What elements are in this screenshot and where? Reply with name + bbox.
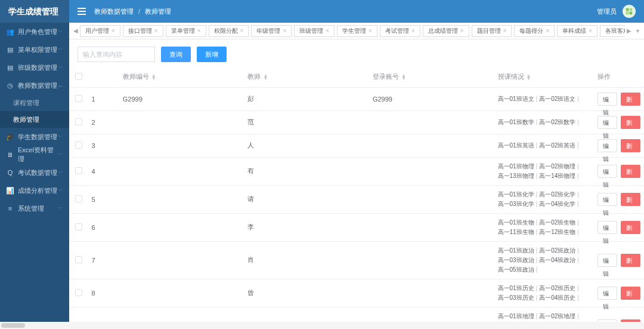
tab[interactable]: 每题得分× <box>514 25 555 37</box>
edit-button[interactable]: 编辑 <box>597 254 617 267</box>
breadcrumb: 教师数据管理 / 教师管理 <box>94 7 171 16</box>
delete-button[interactable]: 删除 <box>621 116 640 129</box>
edit-button[interactable]: 编辑 <box>597 165 617 178</box>
breadcrumb-item[interactable]: 教师数据管理 <box>94 7 134 16</box>
avatar[interactable] <box>623 5 636 18</box>
row-checkbox[interactable] <box>75 95 82 102</box>
class-tag: 高一01班化学| <box>498 190 540 199</box>
edit-button[interactable]: 编辑 <box>597 139 617 152</box>
delete-button[interactable]: 删除 <box>621 287 640 300</box>
tab-label: 单科成绩 <box>562 26 586 36</box>
menu-toggle-icon[interactable] <box>78 8 86 15</box>
sidebar-item[interactable]: 📊成绩分析管理﹀ <box>0 182 69 199</box>
sidebar-item[interactable]: ▤班级数据管理﹀ <box>0 59 69 76</box>
close-icon[interactable]: × <box>460 26 464 36</box>
close-icon[interactable]: × <box>546 26 549 36</box>
sort-icon[interactable]: ▲▼ <box>527 74 531 80</box>
sidebar-icon: 🎓 <box>6 133 14 141</box>
col-teacher[interactable]: 教师 <box>247 73 261 80</box>
search-input[interactable] <box>78 47 155 62</box>
delete-button[interactable]: 删除 <box>621 254 640 267</box>
edit-button[interactable]: 编辑 <box>597 221 617 234</box>
current-user[interactable]: 管理员 <box>597 7 617 16</box>
delete-button[interactable]: 删除 <box>621 221 640 234</box>
tab[interactable]: 总成绩管理× <box>423 25 469 37</box>
edit-button[interactable]: 编辑 <box>597 116 617 129</box>
close-icon[interactable]: × <box>326 26 329 36</box>
sidebar-icon: ▤ <box>6 64 14 72</box>
row-index: 5 <box>88 185 119 213</box>
tab[interactable]: 接口管理× <box>123 25 163 37</box>
close-icon[interactable]: × <box>369 26 372 36</box>
scrollbar-thumb[interactable] <box>1 323 25 328</box>
add-button[interactable]: 新增 <box>197 47 227 62</box>
close-icon[interactable]: × <box>112 26 115 36</box>
close-icon[interactable]: × <box>240 26 244 36</box>
sidebar-item[interactable]: Q考试数据管理﹀ <box>0 164 69 182</box>
sidebar-item[interactable]: 👥用户角色管理﹀ <box>0 23 69 41</box>
row-checkbox[interactable] <box>75 195 82 202</box>
sidebar-item[interactable]: ◷教师数据管理︿ <box>0 76 69 94</box>
tab[interactable]: 班级管理× <box>294 25 335 37</box>
col-account[interactable]: 登录账号 <box>373 73 399 80</box>
edit-button[interactable]: 编辑 <box>597 193 617 206</box>
chevron-icon: ﹀ <box>58 151 63 159</box>
tab[interactable]: 学生管理× <box>337 25 377 37</box>
close-icon[interactable]: × <box>283 26 286 36</box>
class-tag: 高一01班数学| <box>498 118 540 127</box>
row-checkbox[interactable] <box>75 167 82 174</box>
sidebar-item[interactable]: 🗎Excel资料管理﹀ <box>0 146 69 164</box>
tab[interactable]: 各班客观题× <box>600 25 625 37</box>
edit-button[interactable]: 编辑 <box>597 287 617 300</box>
delete-button[interactable]: 删除 <box>621 93 640 106</box>
svg-rect-2 <box>626 12 629 15</box>
edit-button[interactable]: 编辑 <box>597 93 617 106</box>
delete-button[interactable]: 删除 <box>621 139 640 152</box>
close-icon[interactable]: × <box>154 26 158 36</box>
class-tag: 高一02班化学| <box>539 190 581 199</box>
close-icon[interactable]: × <box>411 26 415 36</box>
tabs-scroll-left[interactable]: ◀ <box>72 27 80 34</box>
cell-account <box>369 241 494 279</box>
close-icon[interactable]: × <box>197 26 201 36</box>
delete-button[interactable]: 删除 <box>621 193 640 206</box>
col-teacher-no[interactable]: 教师编号 <box>123 73 149 80</box>
sort-icon[interactable]: ▲▼ <box>151 74 156 80</box>
class-tag: 高一01班英语| <box>498 142 540 150</box>
row-checkbox[interactable] <box>75 142 82 149</box>
row-checkbox[interactable] <box>75 118 82 125</box>
tab[interactable]: 菜单管理× <box>166 25 206 37</box>
cell-account <box>369 134 494 157</box>
sort-icon[interactable]: ▲▼ <box>401 74 406 80</box>
sidebar-subitem[interactable]: 教师管理 <box>0 111 69 128</box>
close-icon[interactable]: × <box>589 26 592 36</box>
tab[interactable]: 年级管理× <box>251 25 292 37</box>
topbar: 教师数据管理 / 教师管理 管理员 <box>69 0 644 23</box>
sidebar-subitem[interactable]: 课程管理 <box>0 94 69 111</box>
row-checkbox[interactable] <box>75 256 82 263</box>
close-icon[interactable]: × <box>503 26 507 36</box>
tabs-scroll-right[interactable]: ▶ <box>625 27 633 34</box>
horizontal-scrollbar[interactable] <box>0 322 644 329</box>
search-button[interactable]: 查询 <box>161 47 191 62</box>
select-all-checkbox[interactable] <box>75 73 82 80</box>
row-checkbox[interactable] <box>75 223 82 230</box>
svg-rect-1 <box>630 8 633 11</box>
tab[interactable]: 用户管理× <box>80 25 120 37</box>
sidebar: 学生成绩管理 👥用户角色管理﹀▤菜单权限管理﹀▤班级数据管理﹀◷教师数据管理︿课… <box>0 0 69 329</box>
sidebar-item[interactable]: ▤菜单权限管理﹀ <box>0 41 69 59</box>
sidebar-icon: ≡ <box>6 205 14 212</box>
tab[interactable]: 题目管理× <box>472 25 512 37</box>
delete-button[interactable]: 删除 <box>621 165 640 178</box>
tab-label: 各班客观题 <box>605 26 625 36</box>
tabs-menu[interactable]: ▾ <box>633 27 642 34</box>
sidebar-item[interactable]: 🎓学生数据管理﹀ <box>0 128 69 146</box>
col-situation[interactable]: 授课情况 <box>498 73 524 80</box>
row-checkbox[interactable] <box>75 289 82 296</box>
tab[interactable]: 考试管理× <box>380 25 420 37</box>
tab[interactable]: 单科成绩× <box>557 25 597 37</box>
tab[interactable]: 权限分配× <box>209 25 249 37</box>
sort-icon[interactable]: ▲▼ <box>263 74 268 80</box>
sidebar-item[interactable]: ≡系统管理﹀ <box>0 199 69 217</box>
table-row: 2范高一01班数学|高一02班数学|编辑删除 <box>69 110 644 134</box>
